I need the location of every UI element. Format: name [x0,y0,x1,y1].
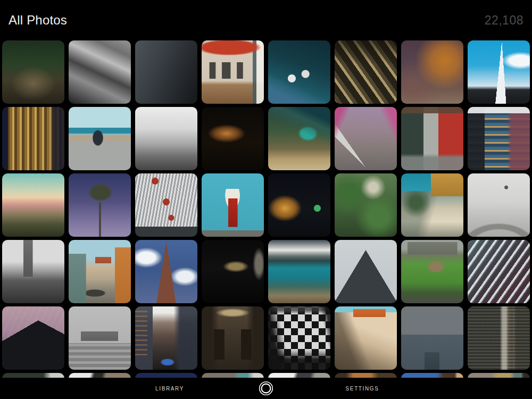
photo-thumbnail-village-lane-speedbump[interactable] [69,240,131,303]
settings-button[interactable]: SETTINGS [342,383,384,395]
photo-thumbnail-autumn-tree-branches[interactable] [401,40,463,104]
photo-thumbnail-dusk-grassland[interactable] [2,173,64,237]
photo-thumbnail-stone-village-street[interactable] [335,306,397,370]
photo-thumbnail-night-food-stall[interactable] [268,173,330,237]
photo-thumbnail-bw-curved-overpass[interactable] [69,40,131,104]
lens-button[interactable] [257,379,275,397]
photos-app: All Photos 22,108 LIBRARY SETTINGS [0,0,532,399]
photo-thumbnail-hongkong-street-dusk[interactable] [135,306,197,370]
photo-thumbnail-sneakers-over-water[interactable] [268,40,330,104]
concentric-circles-icon [258,380,274,396]
photo-thumbnail-turquoise-wall-red-door[interactable] [202,173,264,237]
photo-thumbnail-plant-shop[interactable] [335,173,397,237]
photo-thumbnail-gray-sea-bow[interactable] [401,306,463,370]
photo-thumbnail-checkerboard-facade[interactable] [268,306,330,370]
photo-count: 22,108 [485,13,523,28]
photo-thumbnail-golden-towers[interactable] [2,107,64,170]
photo-thumbnail-train-interior[interactable] [202,306,264,370]
photo-thumbnail-palm-tree-dusk[interactable] [69,173,131,237]
photo-thumbnail-coastal-trail[interactable] [268,107,330,170]
photo-thumbnail-building-corner-below[interactable] [335,240,397,303]
photo-grid [0,40,532,399]
photo-thumbnail-hapenny-bridge[interactable] [468,173,530,237]
photo-thumbnail-forest-tree-roots[interactable] [2,40,64,104]
photo-thumbnail-facade-red-lanterns[interactable] [135,173,197,237]
photo-thumbnail-bw-foggy-hillside[interactable] [135,107,197,170]
library-button[interactable]: LIBRARY [151,383,188,395]
photo-thumbnail-cafe-red-surfboard[interactable] [202,40,264,104]
photo-thumbnail-mongkok-market[interactable] [335,107,397,170]
photo-thumbnail-dark-city-street[interactable] [135,40,197,104]
photo-thumbnail-striped-facade-lift[interactable] [468,107,530,170]
photo-thumbnail-bw-railway-shed[interactable] [69,306,131,370]
photo-thumbnail-teal-bay-clouds[interactable] [268,240,330,303]
photo-thumbnail-bicycle-on-lawn[interactable] [401,240,463,303]
photo-thumbnail-brick-chimney-sky[interactable] [135,240,197,303]
bottom-toolbar: LIBRARY SETTINGS [0,378,532,399]
photo-thumbnail-bw-rooftops-tower[interactable] [2,240,64,303]
photo-thumbnail-white-bridge-pylon[interactable] [468,40,530,104]
header: All Photos 22,108 [0,0,532,40]
photo-thumbnail-bamboo-scaffolding[interactable] [335,40,397,104]
page-title: All Photos [9,13,67,28]
photo-thumbnail-dark-parking-garage[interactable] [202,240,264,303]
photo-thumbnail-wood-canopy-plaza[interactable] [401,173,463,237]
photo-thumbnail-pier-fisherman[interactable] [69,107,131,170]
photo-thumbnail-dense-towers-lookup[interactable] [468,306,530,370]
photo-thumbnail-curved-glass-atrium[interactable] [468,240,530,303]
photo-thumbnail-moonlit-night-clouds[interactable] [202,107,264,170]
photo-thumbnail-salon-street-red-tram[interactable] [401,107,463,170]
photo-thumbnail-dark-lattice-building[interactable] [2,306,64,370]
